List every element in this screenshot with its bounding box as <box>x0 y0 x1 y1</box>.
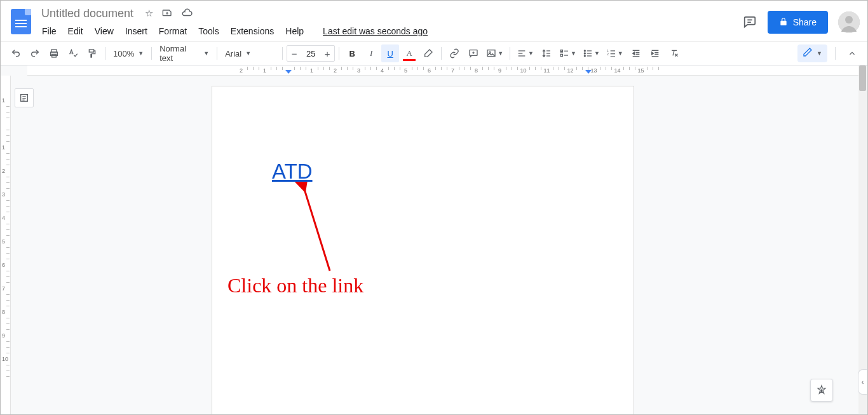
hide-menus-button[interactable] <box>843 44 861 62</box>
docs-logo[interactable] <box>8 4 34 39</box>
text-color-button[interactable]: A <box>400 44 418 62</box>
cloud-status-icon[interactable] <box>181 7 193 20</box>
add-comment-button[interactable] <box>465 44 482 62</box>
comments-icon[interactable] <box>742 15 757 30</box>
vertical-ruler[interactable]: 112345678910 <box>1 76 11 414</box>
font-size-decrease[interactable]: − <box>287 48 301 59</box>
svg-line-48 <box>304 189 330 271</box>
workspace: 21123456789101112131415 112345678910 ATD… <box>1 65 858 414</box>
document-hyperlink[interactable]: ATD <box>272 160 313 184</box>
svg-text:2: 2 <box>607 53 609 56</box>
star-icon[interactable]: ☆ <box>145 8 153 19</box>
zoom-combo[interactable]: 100%▼ <box>109 44 147 62</box>
font-size-control: − + <box>287 45 335 62</box>
document-page[interactable]: ATD Click on the link <box>212 86 634 414</box>
font-size-input[interactable] <box>301 49 320 58</box>
checklist-button[interactable]: ▼ <box>557 44 579 62</box>
svg-point-23 <box>584 50 585 51</box>
font-size-increase[interactable]: + <box>320 48 334 59</box>
italic-button[interactable]: I <box>362 44 380 62</box>
svg-point-25 <box>584 55 585 57</box>
menu-view[interactable]: View <box>90 24 118 39</box>
svg-point-3 <box>845 16 853 24</box>
menu-insert[interactable]: Insert <box>121 24 152 39</box>
paint-format-button[interactable] <box>83 44 101 62</box>
document-canvas[interactable]: ATD Click on the link <box>11 76 858 414</box>
font-combo[interactable]: Arial▼ <box>221 44 278 62</box>
numbered-list-button[interactable]: 12▼ <box>604 44 626 62</box>
increase-indent-button[interactable] <box>646 44 664 62</box>
menu-edit[interactable]: Edit <box>64 24 88 39</box>
bold-button[interactable]: B <box>343 44 361 62</box>
menu-tools[interactable]: Tools <box>194 24 224 39</box>
share-label: Share <box>793 17 817 27</box>
paragraph-style-combo[interactable]: Normal text▼ <box>156 44 213 62</box>
undo-button[interactable] <box>7 44 25 62</box>
bulleted-list-button[interactable]: ▼ <box>580 44 602 62</box>
annotation-arrow <box>295 182 339 277</box>
menu-format[interactable]: Format <box>154 24 191 39</box>
user-avatar[interactable] <box>838 11 860 33</box>
move-icon[interactable] <box>162 8 172 20</box>
align-button[interactable]: ▼ <box>514 44 536 62</box>
last-edit-link[interactable]: Last edit was seconds ago <box>318 24 432 39</box>
spellcheck-button[interactable] <box>64 44 82 62</box>
explore-button[interactable] <box>810 379 833 402</box>
menu-help[interactable]: Help <box>281 24 308 39</box>
svg-rect-7 <box>89 50 93 52</box>
decrease-indent-button[interactable] <box>627 44 645 62</box>
app-header: Untitled document ☆ File Edit View Inser… <box>1 1 867 41</box>
vertical-scrollbar[interactable] <box>858 65 867 414</box>
underline-button[interactable]: U <box>381 44 399 62</box>
highlight-button[interactable] <box>419 44 437 62</box>
svg-rect-21 <box>560 54 562 56</box>
redo-button[interactable] <box>26 44 44 62</box>
line-spacing-button[interactable] <box>538 44 555 62</box>
print-button[interactable] <box>45 44 63 62</box>
svg-point-24 <box>584 53 585 54</box>
horizontal-ruler[interactable]: 21123456789101112131415 <box>27 65 858 76</box>
insert-link-button[interactable] <box>445 44 463 62</box>
lock-icon <box>779 17 788 28</box>
share-button[interactable]: Share <box>768 11 828 34</box>
menu-bar: File Edit View Insert Format Tools Exten… <box>37 22 432 40</box>
toolbar: 100%▼ Normal text▼ Arial▼ − + B I U A ▼ … <box>1 41 867 65</box>
side-panel-toggle[interactable]: ‹ <box>858 369 867 395</box>
annotation-text: Click on the link <box>227 274 363 297</box>
editing-mode-button[interactable]: ▼ <box>797 44 827 62</box>
pencil-icon <box>803 47 813 60</box>
menu-extensions[interactable]: Extensions <box>226 24 278 39</box>
insert-image-button[interactable]: ▼ <box>484 44 506 62</box>
document-title[interactable]: Untitled document <box>37 6 137 22</box>
clear-formatting-button[interactable] <box>665 44 683 62</box>
menu-file[interactable]: File <box>37 24 61 39</box>
